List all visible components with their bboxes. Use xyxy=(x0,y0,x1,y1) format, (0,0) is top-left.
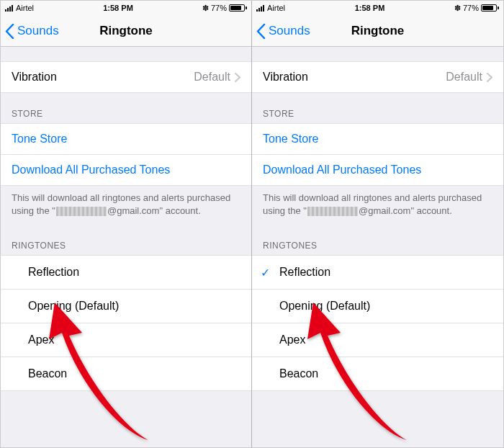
signal-icon xyxy=(5,4,13,12)
status-bar: Airtel 1:58 PM ✽ 77% xyxy=(252,1,503,15)
redacted-email xyxy=(307,207,358,216)
download-all-label: Download All Purchased Tones xyxy=(263,163,421,176)
download-all-row[interactable]: Download All Purchased Tones xyxy=(1,155,251,186)
ringtone-row[interactable]: Reflection xyxy=(1,255,251,290)
carrier-label: Airtel xyxy=(16,4,34,12)
ringtones-header: RINGTONES xyxy=(1,225,251,255)
clock: 1:58 PM xyxy=(355,4,385,12)
screenshot-left: Airtel 1:58 PM ✽ 77% Sounds Ringtone Vib… xyxy=(1,1,252,447)
ringtone-list: ReflectionOpening (Default)ApexBeacon xyxy=(1,255,251,391)
tone-store-label: Tone Store xyxy=(12,133,67,145)
checkmark-icon: ✓ xyxy=(261,266,270,279)
store-header: STORE xyxy=(1,93,251,123)
carrier-label: Airtel xyxy=(267,4,285,12)
vibration-value: Default xyxy=(446,71,482,84)
tone-store-label: Tone Store xyxy=(263,133,318,145)
page-title: Ringtone xyxy=(351,24,405,38)
ringtone-label: Reflection xyxy=(28,266,79,279)
ringtone-row[interactable]: Apex xyxy=(252,323,503,357)
ringtone-label: Apex xyxy=(28,333,54,346)
back-label: Sounds xyxy=(269,24,310,38)
ringtone-label: Opening (Default) xyxy=(28,300,119,313)
tone-store-row[interactable]: Tone Store xyxy=(1,123,251,155)
ringtone-row[interactable]: Beacon xyxy=(1,357,251,391)
ringtone-label: Reflection xyxy=(279,266,330,279)
ringtone-list: ✓ReflectionOpening (Default)ApexBeacon xyxy=(252,255,503,391)
screenshot-right: Airtel 1:58 PM ✽ 77% Sounds Ringtone Vib… xyxy=(252,1,503,447)
store-footer: This will download all ringtones and ale… xyxy=(252,186,503,225)
chevron-right-icon xyxy=(235,73,240,82)
ringtone-row[interactable]: Opening (Default) xyxy=(252,290,503,323)
redacted-email xyxy=(56,207,107,216)
vibration-value: Default xyxy=(194,71,230,84)
nav-bar: Sounds Ringtone xyxy=(252,15,503,47)
vibration-row[interactable]: Vibration Default xyxy=(1,61,251,93)
chevron-right-icon xyxy=(487,73,492,82)
ringtone-label: Beacon xyxy=(279,367,318,380)
back-label: Sounds xyxy=(17,24,59,38)
ringtone-row[interactable]: Apex xyxy=(1,323,251,357)
signal-icon xyxy=(256,4,264,12)
download-all-row[interactable]: Download All Purchased Tones xyxy=(252,155,503,186)
store-footer: This will download all ringtones and ale… xyxy=(1,186,251,225)
battery-icon xyxy=(229,4,247,12)
ringtone-label: Opening (Default) xyxy=(279,300,370,313)
battery-pct: 77% xyxy=(211,4,227,12)
vibration-row[interactable]: Vibration Default xyxy=(252,61,503,93)
ringtones-header: RINGTONES xyxy=(252,225,503,255)
ringtone-label: Beacon xyxy=(28,367,67,380)
clock: 1:58 PM xyxy=(103,4,133,12)
vibration-label: Vibration xyxy=(12,71,57,84)
ringtone-row[interactable]: Beacon xyxy=(252,357,503,391)
chevron-left-icon xyxy=(5,24,14,39)
vibration-label: Vibration xyxy=(263,71,308,84)
ringtone-row[interactable]: Opening (Default) xyxy=(1,290,251,323)
chevron-left-icon xyxy=(256,24,266,39)
page-title: Ringtone xyxy=(99,24,153,38)
back-button[interactable]: Sounds xyxy=(5,15,59,47)
status-bar: Airtel 1:58 PM ✽ 77% xyxy=(1,1,251,15)
ringtone-label: Apex xyxy=(279,333,305,346)
battery-icon xyxy=(481,4,499,12)
store-header: STORE xyxy=(252,93,503,123)
download-all-label: Download All Purchased Tones xyxy=(12,163,170,176)
bluetooth-icon: ✽ xyxy=(202,4,209,13)
bluetooth-icon: ✽ xyxy=(454,4,461,13)
nav-bar: Sounds Ringtone xyxy=(1,15,251,47)
ringtone-row[interactable]: ✓Reflection xyxy=(252,255,503,290)
tone-store-row[interactable]: Tone Store xyxy=(252,123,503,155)
battery-pct: 77% xyxy=(463,4,479,12)
back-button[interactable]: Sounds xyxy=(256,15,310,47)
